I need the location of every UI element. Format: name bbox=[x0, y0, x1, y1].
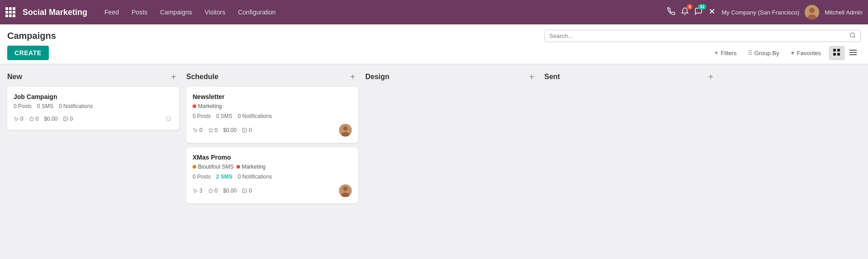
column-title-new: New bbox=[7, 73, 22, 81]
stars-value: 0 bbox=[215, 188, 218, 194]
revenue-value: $0.00 bbox=[223, 188, 236, 194]
app-name: Social Marketing bbox=[23, 8, 87, 17]
search-input[interactable] bbox=[549, 33, 849, 39]
smiley-icon: ☺ bbox=[165, 114, 173, 123]
card-tag: Marketing bbox=[236, 164, 266, 170]
messages-icon[interactable]: 31 bbox=[694, 7, 703, 18]
card-footer: 0 0 $0.00 0 ☺ bbox=[14, 114, 173, 123]
column-title-design: Design bbox=[365, 73, 389, 81]
filter-icon: ▼ bbox=[714, 50, 719, 56]
svg-rect-9 bbox=[833, 53, 836, 56]
kanban-card[interactable]: XMas PromoBioutifoul SMSMarketing0 Posts… bbox=[186, 147, 358, 203]
column-add-button-design[interactable]: + bbox=[526, 71, 537, 82]
card-stats: 0 Posts0 SMS0 Notifications bbox=[14, 103, 173, 109]
card-footer: 0 0 $0.00 0 bbox=[193, 124, 352, 137]
column-add-button-new[interactable]: + bbox=[168, 71, 179, 82]
create-button[interactable]: CREATE bbox=[7, 46, 49, 60]
card-notifications: 0 Notifications bbox=[238, 113, 272, 119]
kanban-card[interactable]: NewsletterMarketing0 Posts0 SMS0 Notific… bbox=[186, 87, 358, 143]
nav-campaigns[interactable]: Campaigns bbox=[155, 6, 198, 19]
media-value: 0 bbox=[70, 116, 73, 122]
star-icon bbox=[208, 127, 213, 133]
page-title: Campaigns bbox=[7, 31, 56, 41]
notifications-icon[interactable]: 5 bbox=[681, 7, 689, 18]
star-icon: ★ bbox=[790, 50, 795, 56]
svg-point-16 bbox=[65, 118, 66, 118]
clicks-value: 3 bbox=[199, 188, 203, 194]
card-clicks: 0 bbox=[193, 127, 203, 133]
star-icon bbox=[208, 188, 213, 193]
close-icon[interactable] bbox=[708, 7, 716, 18]
favorites-button[interactable]: ★ Favorites bbox=[786, 47, 826, 59]
card-metrics: 0 0 $0.00 0 bbox=[193, 127, 252, 133]
card-title: Newsletter bbox=[193, 93, 352, 100]
media-value: 0 bbox=[249, 188, 252, 194]
kanban-view-button[interactable] bbox=[829, 46, 844, 60]
nav-posts[interactable]: Posts bbox=[126, 6, 153, 19]
groupby-label: Group By bbox=[755, 50, 779, 57]
revenue-value: $0.00 bbox=[44, 116, 57, 122]
card-stars: 0 bbox=[208, 188, 218, 194]
kanban-column-sent: Sent+ bbox=[544, 71, 716, 87]
groupby-button[interactable]: ☰ Group By bbox=[743, 47, 784, 59]
clicks-value: 0 bbox=[20, 116, 24, 122]
kanban-column-schedule: Schedule+NewsletterMarketing0 Posts0 SMS… bbox=[186, 71, 358, 208]
card-stats: 0 Posts2 SMS0 Notifications bbox=[193, 174, 352, 180]
filter-controls: ▼ Filters ☰ Group By ★ Favorites bbox=[709, 47, 826, 59]
clicks-value: 0 bbox=[199, 127, 203, 133]
company-name[interactable]: My Company (San Francisco) bbox=[722, 9, 799, 16]
cursor-icon bbox=[193, 127, 198, 133]
phone-icon[interactable] bbox=[667, 7, 675, 18]
tag-dot bbox=[193, 104, 196, 108]
svg-point-27 bbox=[343, 187, 348, 191]
favorites-label: Favorites bbox=[797, 50, 821, 57]
card-media: 0 bbox=[242, 188, 252, 194]
svg-marker-23 bbox=[208, 188, 213, 193]
card-notifications: 0 Notifications bbox=[238, 174, 272, 180]
topnav: Social Marketing Feed Posts Campaigns Vi… bbox=[0, 0, 868, 24]
svg-point-19 bbox=[244, 129, 245, 130]
svg-marker-17 bbox=[208, 128, 213, 132]
column-header-new: New+ bbox=[7, 71, 179, 82]
filters-button[interactable]: ▼ Filters bbox=[709, 47, 741, 59]
card-title: Job Campaign bbox=[14, 93, 173, 100]
list-view-button[interactable] bbox=[845, 46, 861, 60]
nav-visitors[interactable]: Visitors bbox=[199, 6, 231, 19]
card-media: 0 bbox=[242, 127, 252, 133]
card-tags: Marketing bbox=[193, 103, 352, 109]
card-notifications: 0 Notifications bbox=[59, 103, 93, 109]
image-icon bbox=[242, 188, 247, 193]
tag-label: Bioutifoul SMS bbox=[198, 164, 234, 170]
apps-menu-icon[interactable] bbox=[5, 7, 15, 17]
svg-rect-7 bbox=[833, 49, 836, 52]
card-metrics: 0 0 $0.00 0 bbox=[14, 116, 73, 122]
card-revenue: $0.00 bbox=[223, 188, 236, 194]
card-posts: 0 Posts bbox=[193, 174, 211, 180]
tag-label: Marketing bbox=[242, 164, 266, 170]
user-name[interactable]: Mitchell Admin bbox=[825, 9, 863, 16]
kanban-card[interactable]: Job Campaign0 Posts0 SMS0 Notifications … bbox=[7, 87, 179, 130]
column-add-button-sent[interactable]: + bbox=[705, 71, 716, 82]
card-avatar bbox=[339, 184, 352, 197]
groupby-icon: ☰ bbox=[748, 50, 753, 56]
column-add-button-schedule[interactable]: + bbox=[347, 71, 358, 82]
card-posts: 0 Posts bbox=[193, 113, 211, 119]
media-value: 0 bbox=[249, 127, 252, 133]
card-posts: 0 Posts bbox=[14, 103, 32, 109]
card-revenue: $0.00 bbox=[223, 127, 236, 133]
svg-point-21 bbox=[343, 126, 348, 131]
nav-configuration[interactable]: Configuration bbox=[232, 6, 281, 19]
subheader-bottom: CREATE ▼ Filters ☰ Group By ★ Favorites bbox=[7, 46, 861, 64]
card-sms: 0 SMS bbox=[216, 113, 232, 119]
stars-value: 0 bbox=[36, 116, 39, 122]
svg-point-3 bbox=[809, 8, 815, 13]
svg-point-25 bbox=[244, 190, 245, 191]
card-sms: 0 SMS bbox=[37, 103, 53, 109]
subheader: Campaigns CREATE ▼ Filters ☰ Group By bbox=[0, 24, 868, 64]
column-title-schedule: Schedule bbox=[186, 73, 218, 81]
nav-feed[interactable]: Feed bbox=[99, 6, 124, 19]
subheader-actions: CREATE bbox=[7, 46, 49, 60]
card-tag: Bioutifoul SMS bbox=[193, 164, 234, 170]
user-avatar[interactable] bbox=[805, 5, 819, 19]
search-icon[interactable] bbox=[849, 32, 856, 40]
